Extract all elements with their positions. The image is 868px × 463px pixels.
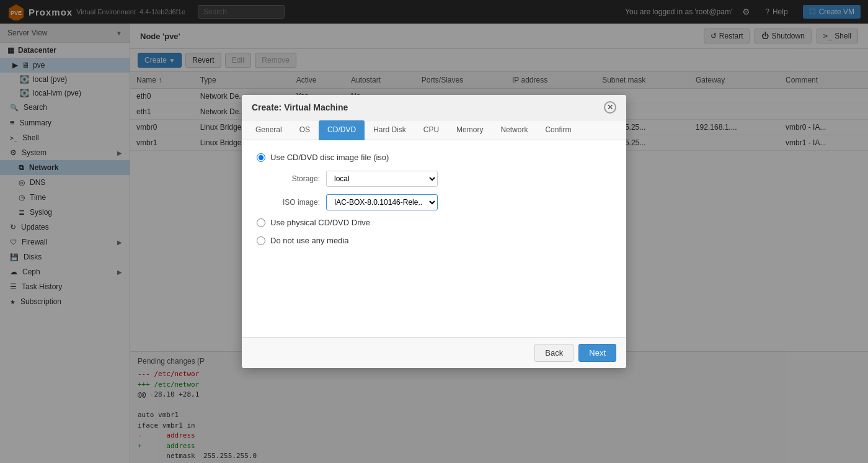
iso-image-row: ISO image: IAC-BOX-8.0.10146-Rele... [270,194,611,210]
modal-overlay: Create: Virtual Machine ✕ GeneralOSCD/DV… [0,0,868,463]
modal-tabs: GeneralOSCD/DVDHard DiskCPUMemoryNetwork… [242,120,626,140]
iso-label: ISO image: [270,198,320,207]
next-button[interactable]: Next [578,344,616,362]
create-vm-modal: Create: Virtual Machine ✕ GeneralOSCD/DV… [242,95,626,368]
storage-label: Storage: [270,174,320,183]
modal-tab-memory[interactable]: Memory [448,120,492,140]
modal-title: Create: Virtual Machine [252,102,348,112]
modal-close-button[interactable]: ✕ [604,101,616,114]
no-media-option[interactable]: Do not use any media [257,236,611,245]
no-media-radio[interactable] [257,236,265,245]
modal-tab-harddisk[interactable]: Hard Disk [365,120,415,140]
back-button[interactable]: Back [534,344,574,362]
storage-select[interactable]: locallocal-lvm [326,171,438,187]
use-physical-option[interactable]: Use physical CD/DVD Drive [257,218,611,227]
modal-tab-os[interactable]: OS [291,120,319,140]
use-iso-radio[interactable] [257,153,265,162]
storage-row: Storage: locallocal-lvm [270,171,611,187]
modal-tab-general[interactable]: General [247,120,291,140]
use-physical-radio[interactable] [257,218,265,227]
modal-tab-confirm[interactable]: Confirm [536,120,580,140]
modal-tab-cpu[interactable]: CPU [415,120,448,140]
modal-tab-network[interactable]: Network [492,120,536,140]
modal-tab-cddvd[interactable]: CD/DVD [319,120,365,140]
iso-select[interactable]: IAC-BOX-8.0.10146-Rele... [326,194,438,210]
no-media-label: Do not use any media [270,236,348,245]
modal-footer: Back Next [242,337,626,368]
modal-body: Use CD/DVD disc image file (iso) Storage… [242,140,626,337]
use-physical-label: Use physical CD/DVD Drive [270,218,370,227]
modal-header: Create: Virtual Machine ✕ [242,95,626,120]
use-iso-option[interactable]: Use CD/DVD disc image file (iso) [257,153,611,162]
use-iso-label: Use CD/DVD disc image file (iso) [270,153,389,162]
